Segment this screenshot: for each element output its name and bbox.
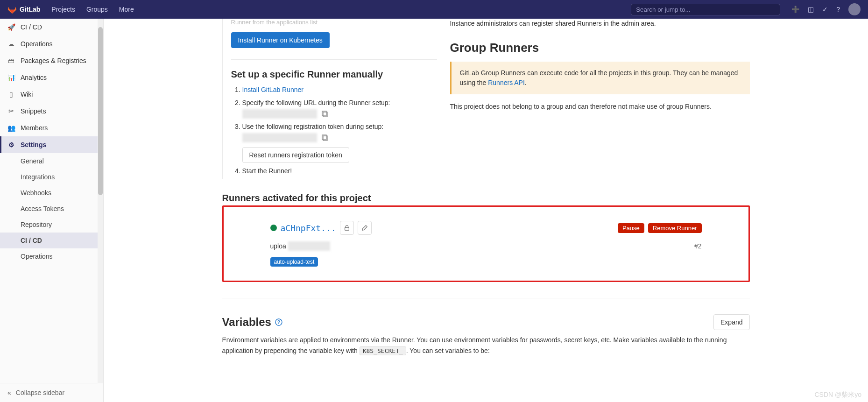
sidebar-item-packages[interactable]: 🗃 Packages & Registries (0, 52, 103, 69)
sidebar-item-members[interactable]: 👥 Members (0, 120, 103, 136)
pause-runner-button[interactable]: Pause (618, 223, 644, 233)
runner-desc-prefix: uploa (270, 242, 286, 250)
expand-variables-button[interactable]: Expand (713, 314, 749, 330)
sidebar-item-operations[interactable]: ☁ Operations (0, 35, 103, 52)
search-input[interactable] (631, 4, 780, 15)
sidebar-scrollbar[interactable] (98, 19, 103, 383)
runners-api-link[interactable]: Runners API (488, 79, 525, 86)
nav-groups[interactable]: Groups (86, 6, 108, 13)
sidebar-item-label: Packages & Registries (21, 57, 86, 64)
nav-projects[interactable]: Projects (51, 6, 75, 13)
variables-heading: Variables ? (222, 316, 282, 329)
copy-url-icon[interactable] (321, 110, 329, 118)
collapse-label: Collapse sidebar (16, 389, 64, 396)
settings-sub-operations[interactable]: Operations (0, 248, 103, 264)
redacted-runner-desc (288, 241, 330, 251)
settings-sub-integrations[interactable]: Integrations (0, 169, 103, 185)
shared-runners-text: Instance administrators can register sha… (450, 19, 750, 28)
settings-sub-repository[interactable]: Repository (0, 217, 103, 233)
collapse-sidebar[interactable]: « Collapse sidebar (0, 383, 103, 402)
chevron-left-icon: « (7, 389, 11, 396)
scissors-icon: ✂ (7, 107, 15, 115)
rocket-icon: 🚀 (7, 23, 15, 31)
install-runner-link[interactable]: Install GitLab Runner (242, 86, 304, 93)
step-4: Start the Runner! (242, 166, 437, 176)
svg-text:?: ? (277, 320, 280, 325)
sidebar-item-settings[interactable]: ⚙ Settings (0, 136, 103, 153)
gitlab-logo[interactable]: GitLab (7, 5, 40, 14)
sidebar-item-label: Operations (21, 40, 52, 48)
sidebar-item-label: Members (21, 124, 48, 132)
issues-icon[interactable]: ◫ (808, 6, 814, 13)
todos-icon[interactable]: ✓ (822, 6, 828, 13)
package-icon: 🗃 (7, 57, 15, 64)
step-2-text: Specify the following URL during the Run… (242, 99, 390, 106)
sidebar-item-snippets[interactable]: ✂ Snippets (0, 103, 103, 120)
install-kubernetes-button[interactable]: Install Runner on Kubernetes (231, 32, 330, 48)
cloud-icon: ☁ (7, 40, 15, 48)
sidebar-item-cicd[interactable]: 🚀 CI / CD (0, 19, 103, 35)
sidebar-item-label: CI / CD (21, 23, 42, 31)
sidebar: 🚀 CI / CD ☁ Operations 🗃 Packages & Regi… (0, 19, 104, 402)
gitlab-icon (7, 5, 17, 14)
vars-desc-post: . You can set variables to be: (406, 347, 490, 354)
nav-more[interactable]: More (119, 6, 134, 13)
topbar: GitLab Projects Groups More ➕ ◫ ✓ ? (0, 0, 868, 19)
redacted-token (242, 133, 317, 142)
sidebar-scrollbar-thumb[interactable] (98, 27, 103, 195)
runner-number: #2 (694, 242, 702, 250)
help-icon[interactable]: ? (275, 318, 282, 326)
sidebar-item-wiki[interactable]: ▯ Wiki (0, 86, 103, 103)
members-icon: 👥 (7, 124, 15, 132)
lock-icon (340, 221, 354, 235)
redacted-url (242, 109, 317, 119)
settings-sub-access-tokens[interactable]: Access Tokens (0, 201, 103, 217)
help-icon[interactable]: ? (836, 6, 840, 13)
main-content: Runner from the applications list Instal… (104, 19, 868, 402)
highlighted-runner-box: aCHnpFxt... Pause Remove Runner uploa #2 (222, 205, 750, 282)
sidebar-item-analytics[interactable]: 📊 Analytics (0, 69, 103, 86)
svg-rect-4 (345, 227, 349, 230)
setup-heading: Set up a specific Runner manually (231, 69, 437, 80)
edit-runner-button[interactable] (358, 221, 372, 235)
sidebar-item-label: Settings (21, 141, 46, 148)
vars-code: K8S_SECRET_ (360, 346, 406, 355)
chart-icon: 📊 (7, 74, 15, 81)
plus-icon[interactable]: ➕ (791, 6, 799, 13)
step-2: Specify the following URL during the Run… (242, 98, 437, 119)
activated-heading: Runners activated for this project (222, 193, 750, 204)
step-3: Use the following registration token dur… (242, 121, 437, 163)
no-group-text: This project does not belong to a group … (450, 102, 750, 112)
runner-tag: auto-upload-test (270, 257, 318, 267)
runner-status-dot (270, 225, 277, 231)
book-icon: ▯ (7, 91, 15, 98)
sidebar-item-label: Analytics (21, 74, 47, 81)
divider (222, 298, 750, 298)
settings-sub-general[interactable]: General (0, 153, 103, 169)
search-box (631, 4, 780, 15)
remove-runner-button[interactable]: Remove Runner (648, 223, 702, 233)
sidebar-item-label: Wiki (21, 91, 33, 98)
reset-token-button[interactable]: Reset runners registration token (242, 147, 349, 163)
variables-description: Environment variables are applied to env… (222, 335, 750, 356)
variables-heading-text: Variables (222, 316, 271, 329)
copy-token-icon[interactable] (321, 134, 329, 141)
settings-sub-cicd[interactable]: CI / CD (0, 233, 103, 248)
group-runners-heading: Group Runners (450, 41, 750, 55)
runner-name-link[interactable]: aCHnpFxt... (281, 223, 336, 233)
brand-name: GitLab (20, 6, 40, 13)
sidebar-item-label: Snippets (21, 107, 46, 115)
divider (231, 59, 437, 60)
settings-sub-webhooks[interactable]: Webhooks (0, 185, 103, 201)
user-avatar[interactable] (848, 3, 861, 15)
step-3-text: Use the following registration token dur… (242, 123, 384, 130)
faded-text: Runner from the applications list (231, 19, 437, 26)
step-1: Install GitLab Runner (242, 85, 437, 95)
group-runners-callout: GitLab Group Runners can execute code fo… (450, 62, 750, 94)
gear-icon: ⚙ (7, 141, 15, 148)
